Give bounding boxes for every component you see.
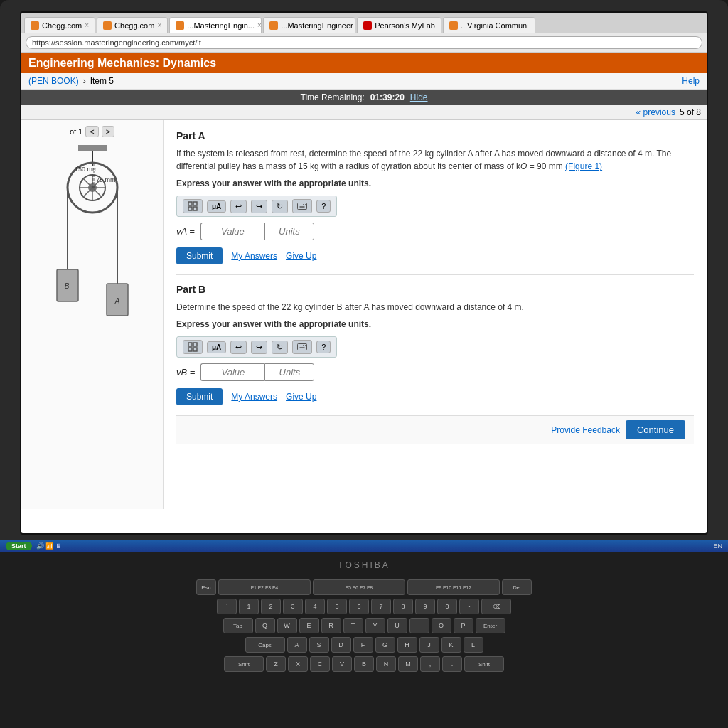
key-x[interactable]: X [288,656,308,672]
key-0[interactable]: 0 [437,599,457,614]
key-1[interactable]: 1 [239,599,259,614]
tab-virginia[interactable]: ...Virginia Communi [443,17,535,33]
toolbar-b-matrix-btn[interactable] [183,340,203,354]
key-n[interactable]: N [376,656,396,672]
key-4[interactable]: 4 [305,599,325,614]
tab-mastering1[interactable]: ...MasteringEngin... × [169,17,262,33]
key-j[interactable]: J [419,637,439,653]
key-3[interactable]: 3 [283,599,303,614]
key-backtick[interactable]: ` [217,599,237,614]
part-a-units-input[interactable] [264,223,314,240]
key-2[interactable]: 2 [261,599,281,614]
toolbar-a-matrix-btn[interactable] [183,199,203,213]
previous-link[interactable]: « previous [636,107,675,117]
figure-prev-btn[interactable]: < [85,126,98,137]
toolbar-a-keyboard-btn[interactable] [292,199,312,213]
key-f[interactable]: F [353,637,373,653]
svg-rect-33 [298,344,307,350]
part-b-units-input[interactable] [264,363,314,381]
tab-chegg2[interactable]: Chegg.com × [97,17,168,33]
key-shift-r[interactable]: Shift [464,656,504,672]
help-link[interactable]: Help [682,76,700,86]
key-c[interactable]: C [310,656,330,672]
tab-chegg2-close[interactable]: × [157,21,161,29]
key-comma[interactable]: , [420,656,440,672]
part-a-my-answers-link[interactable]: My Answers [231,251,277,261]
key-a[interactable]: A [287,637,307,653]
key-t[interactable]: T [343,618,363,633]
part-a-value-input[interactable] [200,223,264,240]
timer-hide-link[interactable]: Hide [410,92,428,102]
key-d[interactable]: D [331,637,351,653]
toolbar-a-refresh-btn[interactable]: ↻ [272,200,288,213]
tab-chegg1-close[interactable]: × [85,21,89,29]
part-a-figure-ref[interactable]: (Figure 1) [565,161,602,171]
key-esc[interactable]: Esc [196,579,216,595]
svg-rect-19 [188,202,192,205]
main-content: of 1 < > [21,120,707,509]
key-y[interactable]: Y [365,618,385,633]
toolbar-a-help-btn[interactable]: ? [316,200,331,213]
key-period[interactable]: . [442,656,462,672]
key-r[interactable]: R [321,618,341,633]
breadcrumb-home[interactable]: (PEN BOOK) [28,76,79,86]
key-v[interactable]: V [332,656,352,672]
key-backspace[interactable]: ⌫ [481,599,511,614]
address-bar[interactable]: https://session.masteringengineering.com… [26,36,702,49]
key-z[interactable]: Z [266,656,286,672]
part-a-submit-btn[interactable]: Submit [176,247,223,264]
toolbar-b-refresh-btn[interactable]: ↻ [272,341,288,354]
key-7[interactable]: 7 [371,599,391,614]
key-b[interactable]: B [354,656,374,672]
toolbar-a-redo-btn[interactable]: ↪ [251,200,267,213]
key-caps[interactable]: Caps [245,637,285,653]
tab-chegg1[interactable]: Chegg.com × [24,17,95,33]
part-b-value-input[interactable] [200,363,264,381]
svg-rect-23 [298,203,307,210]
toolbar-a-unit-btn[interactable]: μA [207,200,226,213]
timer-bar: Time Remaining: 01:39:20 Hide [21,90,707,105]
figure-next-btn[interactable]: > [102,126,114,137]
key-w[interactable]: W [277,618,297,633]
key-u[interactable]: U [387,618,407,633]
key-9[interactable]: 9 [415,599,435,614]
toolbar-b-redo-btn[interactable]: ↪ [251,341,267,354]
key-e[interactable]: E [299,618,319,633]
tab-mastering2[interactable]: ...MasteringEngineer [263,17,355,33]
key-q[interactable]: Q [255,618,275,633]
key-i[interactable]: I [410,618,429,633]
key-del[interactable]: Del [502,579,532,595]
key-6[interactable]: 6 [349,599,369,614]
key-shift-l[interactable]: Shift [224,656,264,672]
continue-btn[interactable]: Continue [626,420,685,439]
key-o[interactable]: O [432,618,451,633]
key-h[interactable]: H [397,637,417,653]
feedback-link[interactable]: Provide Feedback [551,425,620,435]
key-tab[interactable]: Tab [223,618,253,633]
key-5[interactable]: 5 [327,599,347,614]
toolbar-b-help-btn[interactable]: ? [316,341,331,353]
toolbar-b-keyboard-btn[interactable] [292,340,312,354]
part-b-give-up-link[interactable]: Give Up [286,392,316,402]
toolbar-b-undo-btn[interactable]: ↩ [230,341,247,354]
tab-pearson[interactable]: Pearson's MyLab [357,17,441,33]
bottom-action-bar: Provide Feedback Continue [176,415,694,444]
tab-mastering1-close[interactable]: × [257,21,262,29]
key-f5-f8: F5 F6 F7 F8 [313,579,405,595]
key-m[interactable]: M [398,656,418,672]
key-s[interactable]: S [309,637,329,653]
part-b-my-answers-link[interactable]: My Answers [231,392,277,402]
key-g[interactable]: G [375,637,395,653]
svg-rect-20 [193,202,197,205]
key-minus[interactable]: - [459,599,479,614]
part-a-give-up-link[interactable]: Give Up [286,251,316,261]
key-p[interactable]: P [454,618,473,633]
key-enter[interactable]: Enter [476,618,505,633]
start-button[interactable]: Start [6,542,32,550]
key-l[interactable]: L [464,637,483,653]
toolbar-b-unit-btn[interactable]: μA [207,341,226,353]
toolbar-a-undo-btn[interactable]: ↩ [230,200,247,213]
key-k[interactable]: K [441,637,461,653]
part-b-submit-btn[interactable]: Submit [176,388,223,405]
key-8[interactable]: 8 [393,599,413,614]
